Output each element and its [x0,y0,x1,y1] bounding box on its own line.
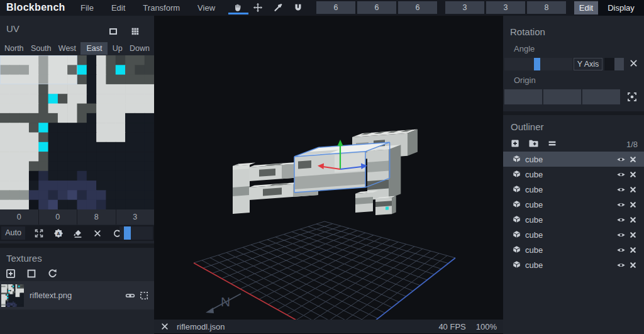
delete-x-icon[interactable] [629,216,637,224]
delete-x-icon[interactable] [629,231,637,239]
outliner-item-label: cube [525,230,543,240]
visibility-eye-icon[interactable] [616,200,626,209]
uv-number-field[interactable]: 0 [39,209,77,225]
uv-selection-box[interactable] [0,55,77,84]
uv-editor[interactable] [0,55,154,209]
blank-square-icon[interactable] [26,268,37,279]
visibility-eye-icon[interactable] [616,155,626,164]
menu-item-view[interactable]: View [189,3,224,13]
topbar-number-field[interactable]: 3 [445,1,484,14]
panel-divider [503,111,644,115]
delete-x-icon[interactable] [629,186,637,194]
delete-x-icon[interactable] [629,246,637,254]
close-icon[interactable] [629,58,638,68]
topbar-number-field[interactable]: 8 [527,1,566,14]
visibility-eye-icon[interactable] [616,245,626,255]
cube-icon [512,245,521,255]
cube-icon [512,215,521,225]
delete-x-icon[interactable] [629,261,637,269]
delete-x-icon[interactable] [629,201,637,209]
model-piece-grip [389,145,401,198]
ground-grid-line [284,235,420,286]
paint-brush-icon[interactable] [271,2,284,13]
delete-x-icon[interactable] [629,170,637,179]
visibility-eye-icon[interactable] [616,230,626,240]
visibility-eye-icon[interactable] [616,215,626,225]
link-icon[interactable] [125,291,135,301]
ground-grid-line [316,224,448,264]
menu-item-transform[interactable]: Transform [134,3,189,13]
origin-y-field[interactable] [543,89,581,104]
ground-grid-line [296,247,414,320]
uv-face-tab-north[interactable]: North [2,42,26,55]
outliner-row[interactable]: cube [503,182,644,197]
uv-face-tabs: NorthSouthWestEastUpDown [0,42,154,55]
uv-face-tab-east[interactable]: East [80,42,108,55]
origin-z-field[interactable] [582,89,620,104]
vertex-snap-icon[interactable] [291,2,304,13]
transparency-icon[interactable] [139,291,149,301]
grid-icon[interactable] [130,26,140,36]
outliner-item-label: cube [525,200,543,209]
visibility-eye-icon[interactable] [616,185,626,194]
texture-list-item[interactable]: rifletext.png [0,281,154,309]
topbar-number-field[interactable]: 3 [486,1,525,14]
uv-auto-button[interactable]: Auto [1,226,25,240]
menu-item-file[interactable]: File [72,3,103,13]
open-file-tab[interactable]: riflemodl.json [177,322,225,331]
uv-face-tab-down[interactable]: Down [127,42,152,55]
pan-tool-icon[interactable] [231,2,244,13]
expand-icon[interactable] [33,227,45,239]
uv-panel-title: UV [6,23,19,34]
status-bar: riflemodl.json 40 FPS 100% [154,320,503,334]
uv-face-tab-west[interactable]: West [56,42,79,55]
close-file-icon[interactable] [160,322,169,331]
uv-slider-track[interactable] [119,226,153,240]
uv-number-field[interactable]: 3 [116,209,155,225]
outliner-item-label: cube [525,185,543,194]
textures-toolbar [5,268,58,279]
outliner-row[interactable]: cube [503,212,644,227]
frame-icon[interactable] [108,26,118,36]
svg-text:A: A [57,230,60,236]
outliner-row[interactable]: cube [503,167,644,182]
paint-bucket-icon[interactable] [72,227,84,239]
auto-uv-badge-icon[interactable]: A [52,227,64,239]
tab-display[interactable]: Display [598,0,644,16]
uv-face-tab-south[interactable]: South [28,42,54,55]
outliner-row[interactable]: cube [503,197,644,212]
refresh-icon[interactable] [47,268,58,279]
tab-edit[interactable]: Edit [574,1,598,14]
visibility-eye-icon[interactable] [616,260,626,270]
active-tool-underline [228,13,248,14]
outliner-row[interactable]: cube [503,242,644,257]
uv-number-field[interactable]: 8 [77,209,116,225]
topbar-number-field[interactable]: 6 [357,1,396,14]
uv-number-field[interactable]: 0 [0,209,38,225]
uv-slider-handle[interactable] [124,226,131,240]
outliner-row[interactable]: cube [503,257,644,272]
outliner-row[interactable]: cube [503,152,644,167]
angle-slider-handle[interactable] [534,58,540,70]
delete-x-icon[interactable] [629,155,637,164]
textures-panel-title: Textures [6,253,42,264]
top-menu-bar: Blockbench FileEditTransformView 666338 … [0,0,644,16]
menubar: FileEditTransformView [72,0,224,16]
viewport-3d[interactable]: N [154,16,503,320]
rotation-panel-title: Rotation [510,26,545,37]
clear-x-icon[interactable] [91,227,103,239]
visibility-eye-icon[interactable] [616,170,626,179]
app-logo[interactable]: Blockbench [6,2,65,13]
outliner-item-label: cube [525,170,543,179]
origin-x-field[interactable] [504,89,542,104]
move-tool-icon[interactable] [251,2,264,13]
focus-origin-icon[interactable] [626,91,638,103]
outliner-row[interactable]: cube [503,227,644,242]
topbar-number-field[interactable]: 6 [398,1,437,14]
menu-item-edit[interactable]: Edit [103,3,134,13]
axis-select-button[interactable]: Y Axis [574,58,602,70]
add-texture-icon[interactable] [5,268,16,279]
uv-face-tab-up[interactable]: Up [110,42,125,55]
rotation-toggle[interactable] [604,58,624,70]
topbar-number-field[interactable]: 6 [316,1,355,14]
